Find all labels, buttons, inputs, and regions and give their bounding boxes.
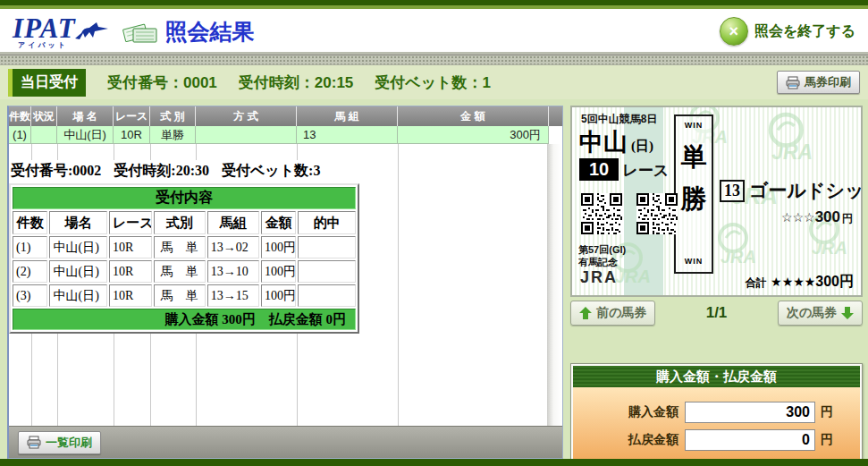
popup-title: 受付番号:0002受付時刻:20:30受付ベット数:3 <box>9 160 368 183</box>
cell-horses: 13 <box>297 126 398 144</box>
close-icon: × <box>720 17 748 46</box>
list-print-button[interactable]: 一覧印刷 <box>18 431 101 454</box>
receipt-detail-popup: 受付番号:0002受付時刻:20:30受付ベット数:3 受付内容 件数 場名 レ… <box>9 160 368 334</box>
ipat-logo-text: IPAT <box>13 14 76 42</box>
receipt-summary-bar: 当日受付 受付番号：0001 受付時刻：20:15 受付ベット数：1 馬券印刷 <box>0 65 868 99</box>
app-header: IPAT アイパット 照会結果 × 照会を終了する <box>0 11 868 55</box>
table-row: (2) 中山(日) 10R 馬 単 13→10 100円 <box>13 260 356 283</box>
ticket-print-button[interactable]: 馬券印刷 <box>777 71 860 94</box>
receipt-list-panel: 件数 状況 場 名 レース 式 別 方 式 馬 組 金 額 (1) 中山(日) … <box>7 106 563 459</box>
horse-name: ゴールドシップ <box>749 178 863 203</box>
prev-ticket-label: 前の馬券 <box>596 305 646 321</box>
col-header-bettype: 式 別 <box>150 106 196 126</box>
refund-amount-row: 払戻金額 円 <box>573 429 833 451</box>
table-row: (1) 中山(日) 10R 馬 単 13→02 100円 <box>13 236 356 258</box>
close-inquiry-label: 照会を終了する <box>754 22 855 41</box>
popup-receipt-time: 受付時刻:20:30 <box>114 163 209 178</box>
refund-amount-label: 払戻金額 <box>628 432 678 448</box>
ticket-panel: JRA 5回中山競馬8日 中山 (日) 10 レース 第57回(GI) 有馬記念… <box>570 106 863 459</box>
receipt-bet-count: 受付ベット数：1 <box>375 72 491 93</box>
qr-code <box>636 193 678 234</box>
receipt-time: 受付時刻：20:15 <box>239 72 353 93</box>
ticket-navigation: 前の馬券 1/1 次の馬券 <box>570 301 863 326</box>
race-number-box: 10 <box>579 158 619 181</box>
bottom-accent-bar <box>0 459 868 466</box>
col-header-status: 状況 <box>31 106 57 126</box>
close-inquiry-button[interactable]: × 照会を終了する <box>720 17 855 46</box>
receipt-table-header: 件数 状況 場 名 レース 式 別 方 式 馬 組 金 額 <box>9 106 562 126</box>
qr-code <box>581 193 622 234</box>
amount-panel: 購入金額・払戻金額 購入金額 円 払戻金額 円 <box>570 363 863 466</box>
bet-type-box: WIN 単 勝 WIN <box>674 114 713 274</box>
ticket-print-label: 馬券印刷 <box>805 74 851 90</box>
cell-amount: 300円 <box>398 126 549 144</box>
horse-selection: 13 ゴールドシップ <box>720 178 863 203</box>
down-arrow-icon <box>841 307 854 319</box>
cell-method <box>196 126 297 144</box>
printer-icon <box>786 76 800 89</box>
refund-amount-unit: 円 <box>821 432 833 448</box>
popup-header: 受付内容 <box>13 187 356 209</box>
popup-col-headers: 件数 場名 レース 式別 馬組 金額 的中 <box>13 211 356 234</box>
betting-ticket: JRA 5回中山競馬8日 中山 (日) 10 レース 第57回(GI) 有馬記念… <box>570 106 863 297</box>
up-arrow-icon <box>579 307 592 319</box>
col-header-track: 場 名 <box>57 106 114 126</box>
col-header-race: レース <box>114 106 150 126</box>
cell-bettype: 単勝 <box>150 126 196 144</box>
stake-line: ☆☆☆300円 <box>781 208 853 226</box>
receipt-detail-table: 受付内容 件数 場名 レース 式別 馬組 金額 的中 (1) 中山(日) 10R… <box>9 183 359 334</box>
purchase-amount-label: 購入金額 <box>628 404 678 420</box>
prev-ticket-button[interactable]: 前の馬券 <box>570 301 655 326</box>
purchase-amount-input[interactable] <box>685 402 815 423</box>
total-line: 合計 ★★★★300円 <box>746 273 854 292</box>
ipat-logo: IPAT アイパット <box>13 14 110 49</box>
meeting-label: 5回中山競馬8日 <box>581 112 657 127</box>
table-row[interactable]: (1) 中山(日) 10R 単勝 13 300円 <box>9 126 562 144</box>
col-header-count: 件数 <box>9 106 31 126</box>
receipt-number: 受付番号：0001 <box>107 72 217 93</box>
panel-bottom-bar: 一覧印刷 <box>9 426 562 458</box>
amount-panel-body: 購入金額 円 払戻金額 円 <box>573 387 860 466</box>
col-header-method: 方 式 <box>196 106 297 126</box>
popup-receipt-bets: 受付ベット数:3 <box>222 163 320 178</box>
ipat-horse-icon <box>72 19 110 42</box>
same-day-receipt-badge: 当日受付 <box>8 69 86 97</box>
amount-panel-title: 購入金額・払戻金額 <box>573 366 860 387</box>
next-ticket-button[interactable]: 次の馬券 <box>778 301 863 326</box>
tickets-icon <box>122 18 158 45</box>
popup-receipt-number: 受付番号:0002 <box>11 163 101 178</box>
refund-amount-input[interactable] <box>685 429 815 451</box>
cell-race: 10R <box>114 126 150 144</box>
ticket-page-indicator: 1/1 <box>706 304 728 322</box>
table-row: (3) 中山(日) 10R 馬 単 13→15 100円 <box>13 284 356 307</box>
cell-count: (1) <box>9 126 31 144</box>
race-number: 10 レース <box>579 158 669 181</box>
purchase-amount-row: 購入金額 円 <box>573 402 833 423</box>
ipat-inquiry-window: JRA IPAT アイパット <box>0 0 868 466</box>
popup-totals: 購入金額 300円 払戻金額 0円 <box>13 309 356 330</box>
purchase-amount-unit: 円 <box>821 404 833 420</box>
table-scrollbar[interactable] <box>547 144 561 426</box>
page-title: 照会結果 <box>165 17 255 47</box>
list-print-label: 一覧印刷 <box>46 435 92 451</box>
ipat-logo-subtext: アイパット <box>18 42 110 49</box>
race-title: 第57回(GI) 有馬記念 <box>578 243 626 268</box>
printer-icon <box>27 436 41 449</box>
texture-divider <box>0 55 868 65</box>
next-ticket-label: 次の馬券 <box>787 305 837 321</box>
col-header-horses: 馬 組 <box>297 106 398 126</box>
cell-track: 中山(日) <box>57 126 114 144</box>
course-label: 中山 (日) <box>579 126 653 158</box>
col-header-amount: 金 額 <box>398 106 549 126</box>
horse-number-box: 13 <box>720 180 745 202</box>
cell-status <box>31 126 57 144</box>
jra-label: JRA <box>580 268 618 287</box>
